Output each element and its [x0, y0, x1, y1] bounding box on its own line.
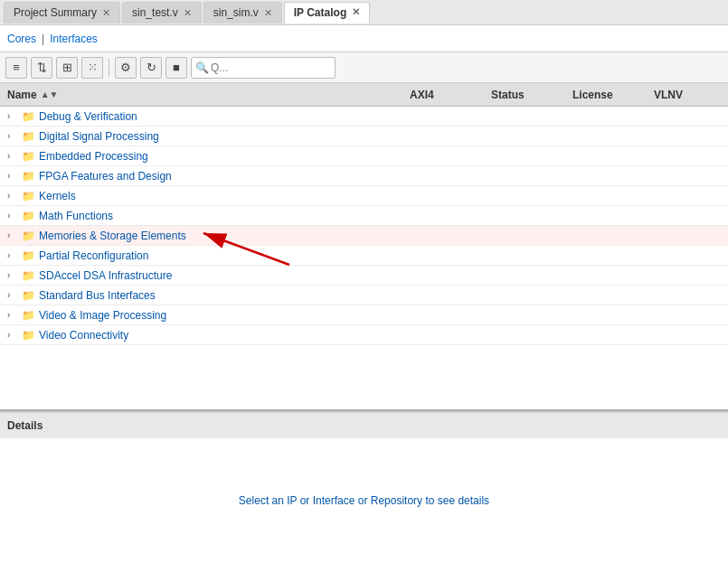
search-icon: 🔍 — [195, 61, 209, 74]
expand-icon-sdaccel[interactable]: › — [7, 270, 18, 280]
stop-icon: ■ — [173, 61, 180, 74]
folder-icon-standard-bus: 📁 — [22, 289, 35, 302]
col-license-label: License — [572, 89, 613, 101]
expand-icon-video-conn[interactable]: › — [7, 330, 18, 340]
expand-icon-partial[interactable]: › — [7, 250, 18, 260]
refresh-button[interactable]: ↻ — [140, 57, 162, 79]
folder-icon-kernels: 📁 — [22, 190, 35, 202]
tree-row-sdaccel[interactable]: ›📁SDAccel DSA Infrastructure — [0, 266, 728, 286]
tab-sin-test-label: sin_test.v — [132, 6, 178, 19]
col-axi4-label: AXI4 — [410, 89, 434, 101]
col-header-name: Name ▲▼ — [0, 89, 402, 101]
tab-ip-catalog[interactable]: IP Catalog ✕ — [284, 2, 370, 23]
subnav-separator: | — [42, 33, 44, 45]
tree-row-memories[interactable]: ›📁Memories & Storage Elements — [0, 226, 728, 246]
folder-icon-video-conn: 📁 — [22, 329, 35, 342]
main-content: Name ▲▼ AXI4 Status License VLNV ›📁Debug… — [0, 83, 728, 563]
col-header-status: Status — [484, 89, 565, 101]
col-name-label: Name — [7, 89, 37, 101]
tree-cell-name-debug: ›📁Debug & Verification — [0, 110, 402, 123]
tree-item-label-dsp: Digital Signal Processing — [39, 130, 159, 143]
tree-row-video-image[interactable]: ›📁Video & Image Processing — [0, 305, 728, 325]
subnav-interfaces[interactable]: Interfaces — [50, 33, 98, 45]
stop-button[interactable]: ■ — [165, 57, 187, 79]
expand-icon-memories[interactable]: › — [7, 230, 18, 240]
folder-icon-sdaccel: 📁 — [22, 269, 35, 282]
col-vlnv-label: VLNV — [654, 89, 683, 101]
tree-item-label-sdaccel: SDAccel DSA Infrastructure — [39, 269, 172, 282]
tree-item-label-fpga: FPGA Features and Design — [39, 170, 172, 183]
tree-cell-name-video-conn: ›📁Video Connectivity — [0, 329, 402, 342]
search-box: 🔍 — [191, 57, 336, 79]
expand-icon-embedded[interactable]: › — [7, 151, 18, 161]
expand-all-icon: ⇅ — [37, 61, 47, 74]
tree-cell-name-math: ›📁Math Functions — [0, 210, 402, 222]
search-input[interactable] — [211, 61, 328, 74]
tree-row-math[interactable]: ›📁Math Functions — [0, 206, 728, 226]
tree-row-kernels[interactable]: ›📁Kernels — [0, 186, 728, 206]
expand-icon-dsp[interactable]: › — [7, 131, 18, 141]
expand-icon-video-image[interactable]: › — [7, 310, 18, 320]
details-body: Select an IP or Interface or Repository … — [0, 438, 728, 563]
folder-icon-video-image: 📁 — [22, 309, 35, 322]
tree-item-label-kernels: Kernels — [39, 190, 76, 202]
tab-sin-sim-label: sin_sim.v — [213, 6, 259, 19]
collapse-all-button[interactable]: ≡ — [5, 57, 27, 79]
folder-icon-debug: 📁 — [22, 110, 35, 123]
folder-icon-partial: 📁 — [22, 249, 35, 262]
expand-icon-fpga[interactable]: › — [7, 171, 18, 181]
expand-icon-standard-bus[interactable]: › — [7, 290, 18, 300]
tab-sin-test[interactable]: sin_test.v ✕ — [122, 2, 202, 23]
details-section-header: Details — [0, 411, 728, 438]
tree-cell-name-embedded: ›📁Embedded Processing — [0, 150, 402, 163]
tree-cell-name-memories: ›📁Memories & Storage Elements — [0, 230, 402, 242]
col-header-axi4: AXI4 — [402, 89, 484, 101]
tab-ip-catalog-close[interactable]: ✕ — [352, 6, 360, 18]
tree-row-embedded[interactable]: ›📁Embedded Processing — [0, 146, 728, 166]
tree-item-label-video-image: Video & Image Processing — [39, 309, 166, 322]
subnav-cores[interactable]: Cores — [7, 33, 36, 45]
tab-project-summary[interactable]: Project Summary ✕ — [4, 2, 120, 23]
tree-row-dsp[interactable]: ›📁Digital Signal Processing — [0, 127, 728, 146]
folder-icon-math: 📁 — [22, 210, 35, 222]
folder-icon-fpga: 📁 — [22, 170, 35, 183]
tree-item-label-embedded: Embedded Processing — [39, 150, 148, 163]
folder-icon-memories: 📁 — [22, 230, 35, 242]
hierarchy-icon: ⁙ — [88, 61, 98, 74]
tree-section: ›📁Debug & Verification›📁Digital Signal P… — [0, 107, 728, 409]
tab-sin-sim[interactable]: sin_sim.v ✕ — [203, 2, 282, 23]
col-status-label: Status — [491, 89, 525, 101]
tab-sin-sim-close[interactable]: ✕ — [264, 7, 272, 19]
tree-item-label-video-conn: Video Connectivity — [39, 329, 128, 342]
tree-item-label-math: Math Functions — [39, 210, 113, 222]
tree-cell-name-video-image: ›📁Video & Image Processing — [0, 309, 402, 322]
tree-row-standard-bus[interactable]: ›📁Standard Bus Interfaces — [0, 286, 728, 305]
table-header: Name ▲▼ AXI4 Status License VLNV — [0, 83, 728, 107]
expand-icon-math[interactable]: › — [7, 211, 18, 221]
tree-row-partial[interactable]: ›📁Partial Reconfiguration — [0, 246, 728, 266]
tab-project-summary-close[interactable]: ✕ — [102, 7, 110, 19]
folder-icon-embedded: 📁 — [22, 150, 35, 163]
refresh-icon: ↻ — [147, 61, 156, 74]
filter-button[interactable]: ⊞ — [56, 57, 78, 79]
expand-icon-kernels[interactable]: › — [7, 191, 18, 201]
tree-row-debug[interactable]: ›📁Debug & Verification — [0, 107, 728, 127]
details-placeholder: Select an IP or Interface or Repository … — [239, 494, 489, 507]
tree-cell-name-kernels: ›📁Kernels — [0, 190, 402, 202]
tree-cell-name-partial: ›📁Partial Reconfiguration — [0, 249, 402, 262]
expand-icon-debug[interactable]: › — [7, 111, 18, 121]
expand-all-button[interactable]: ⇅ — [31, 57, 52, 79]
filter-icon: ⊞ — [62, 61, 72, 74]
tab-sin-test-close[interactable]: ✕ — [184, 7, 192, 19]
sub-nav: Cores | Interfaces — [0, 25, 728, 52]
col-header-license: License — [565, 89, 647, 101]
toolbar: ≡ ⇅ ⊞ ⁙ ⚙ ↻ ■ 🔍 — [0, 52, 728, 83]
settings-button[interactable]: ⚙ — [115, 57, 137, 79]
tree-cell-name-sdaccel: ›📁SDAccel DSA Infrastructure — [0, 269, 402, 282]
tree-row-video-conn[interactable]: ›📁Video Connectivity — [0, 325, 728, 345]
tree-item-label-debug: Debug & Verification — [39, 110, 137, 123]
tree-item-label-partial: Partial Reconfiguration — [39, 249, 148, 262]
hierarchy-button[interactable]: ⁙ — [81, 57, 103, 79]
folder-icon-dsp: 📁 — [22, 130, 35, 143]
tree-row-fpga[interactable]: ›📁FPGA Features and Design — [0, 166, 728, 186]
